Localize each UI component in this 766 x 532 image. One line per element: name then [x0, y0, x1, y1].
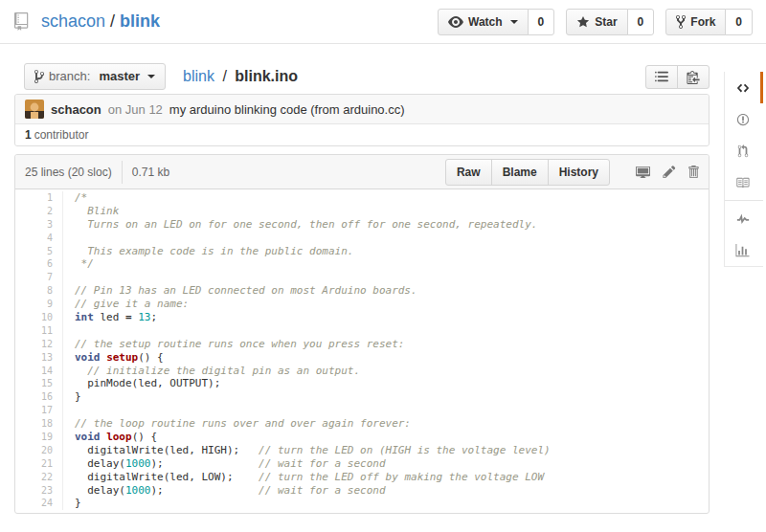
open-in-desktop-button[interactable] [635, 165, 651, 179]
commit-author-link[interactable]: schacon [51, 102, 101, 117]
line-number[interactable]: 21 [15, 457, 63, 471]
sidebar-item-issues[interactable] [725, 103, 763, 135]
file-size-info: 0.71 kb [132, 166, 169, 179]
line-number[interactable]: 5 [15, 245, 63, 258]
sidebar-item-pull-requests[interactable] [725, 135, 763, 166]
code-line-content [63, 232, 75, 245]
line-number[interactable]: 3 [15, 218, 63, 232]
file-list-button[interactable] [645, 65, 678, 89]
line-number[interactable]: 12 [15, 338, 63, 351]
breadcrumb-filename: blink.ino [235, 68, 298, 84]
breadcrumb-repo-link[interactable]: blink [183, 68, 214, 84]
code-line-content: Turns on an LED on for one second, then … [63, 218, 537, 232]
repo-name-link[interactable]: blink [120, 11, 160, 32]
file-navigation: branch:master blink / blink.ino [14, 64, 710, 89]
trash-icon [687, 165, 699, 179]
repo-sidebar [724, 72, 763, 267]
branch-select-button[interactable]: branch:master [24, 63, 166, 90]
line-number[interactable]: 9 [15, 298, 63, 311]
watch-count[interactable]: 0 [528, 9, 555, 35]
code-line: 19void loop() { [15, 431, 709, 444]
star-count[interactable]: 0 [627, 9, 655, 35]
code-line: 14 // initialize the digital pin as an o… [15, 365, 709, 378]
code-line-content: Blink [63, 205, 119, 218]
watch-button[interactable]: Watch [438, 9, 529, 35]
code-line: 15 pinMode(led, OUTPUT); [15, 377, 709, 390]
line-number[interactable]: 4 [15, 232, 63, 245]
code-line: 11 [15, 324, 709, 338]
line-number[interactable]: 15 [15, 377, 63, 390]
contributors-bar[interactable]: 1contributor [15, 124, 709, 145]
breadcrumb: blink / blink.ino [183, 68, 298, 85]
line-number[interactable]: 18 [15, 417, 63, 431]
star-label: Star [595, 13, 617, 31]
bar-graph-icon [735, 244, 750, 257]
avatar[interactable] [25, 100, 44, 119]
copy-path-button[interactable] [677, 65, 710, 89]
delete-file-button[interactable] [687, 165, 699, 179]
star-button[interactable]: Star [566, 9, 627, 35]
line-number[interactable]: 23 [15, 484, 63, 498]
blame-button[interactable]: Blame [491, 159, 549, 186]
code-line: 5 This example code is in the public dom… [15, 245, 709, 258]
code-line-content: delay(1000); // wait for a second [63, 457, 386, 471]
contributor-label: contributor [34, 128, 89, 142]
code-line-content: } [63, 497, 81, 510]
code-line: 8// Pin 13 has an LED connected on most … [15, 284, 709, 298]
code-line: 21 delay(1000); // wait for a second [15, 457, 709, 471]
breadcrumb-actions [645, 65, 710, 89]
breadcrumb-separator: / [222, 68, 226, 84]
line-number[interactable]: 14 [15, 365, 63, 378]
history-button[interactable]: History [548, 159, 610, 186]
repo-owner-link[interactable]: schacon [41, 11, 105, 32]
line-number[interactable]: 16 [15, 390, 63, 404]
file-blob-box: 25 lines (20 sloc) 0.71 kb Raw Blame His… [14, 154, 710, 514]
code-line: 1/* [15, 191, 709, 205]
line-number[interactable]: 17 [15, 404, 63, 417]
book-icon [735, 176, 750, 189]
line-number[interactable]: 7 [15, 271, 63, 284]
code-line-content: digitalWrite(led, LOW); // turn the LED … [63, 471, 544, 484]
code-line: 16} [15, 390, 709, 404]
code-line: 2 Blink [15, 205, 709, 218]
sidebar-item-pulse[interactable] [725, 203, 763, 234]
commit-message-link[interactable]: my arduino blinking code (from arduino.c… [169, 102, 405, 117]
sidebar-item-graphs[interactable] [725, 234, 763, 266]
code-line: 22 digitalWrite(led, LOW); // turn the L… [15, 471, 709, 484]
code-line: 10int led = 13; [15, 311, 709, 324]
code-line: 12// the setup routine runs once when yo… [15, 338, 709, 351]
sidebar-divider [725, 200, 763, 201]
device-desktop-icon [635, 165, 651, 179]
sidebar-item-code[interactable] [725, 72, 763, 103]
code-line-content: // Pin 13 has an LED connected on most A… [63, 284, 417, 298]
pencil-icon [663, 165, 676, 179]
line-number[interactable]: 22 [15, 471, 63, 484]
line-number[interactable]: 20 [15, 444, 63, 457]
line-number[interactable]: 10 [15, 311, 63, 324]
code-line: 3 Turns on an LED on for one second, the… [15, 218, 709, 232]
edit-file-button[interactable] [663, 165, 676, 179]
code-line-content: delay(1000); // wait for a second [63, 484, 386, 498]
sidebar-item-wiki[interactable] [725, 166, 763, 198]
eye-icon [448, 14, 463, 30]
line-number[interactable]: 19 [15, 431, 63, 444]
line-number[interactable]: 2 [15, 205, 63, 218]
fork-label: Fork [690, 13, 715, 31]
code-line: 9// give it a name: [15, 298, 709, 311]
line-number[interactable]: 11 [15, 324, 63, 338]
line-number[interactable]: 8 [15, 284, 63, 298]
clipboard-icon [687, 70, 700, 84]
line-number[interactable]: 24 [15, 497, 63, 510]
raw-button[interactable]: Raw [445, 159, 492, 186]
fork-button[interactable]: Fork [665, 9, 726, 35]
fork-count[interactable]: 0 [725, 9, 753, 35]
line-number[interactable]: 1 [15, 191, 63, 205]
code-line-content: */ [63, 257, 94, 271]
line-number[interactable]: 13 [15, 351, 63, 365]
line-number[interactable]: 6 [15, 257, 63, 271]
code-line-content: This example code is in the public domai… [63, 245, 353, 258]
contributor-count: 1 [25, 128, 32, 142]
file-lines-info: 25 lines (20 sloc) [25, 166, 112, 179]
repo-book-icon [14, 11, 33, 32]
code-line-content: void loop() { [63, 431, 157, 444]
